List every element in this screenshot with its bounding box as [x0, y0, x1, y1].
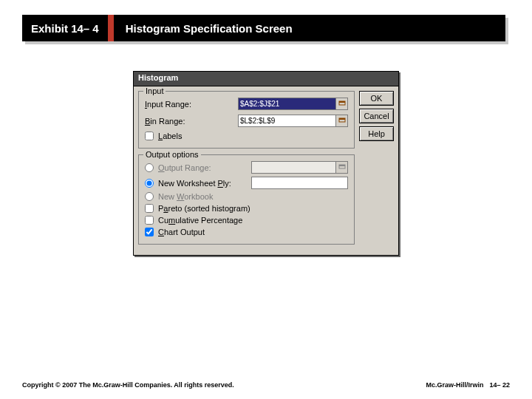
- cumulative-pct-checkbox[interactable]: [145, 216, 154, 225]
- bin-range-label: Bin Range:: [145, 117, 233, 126]
- svg-rect-3: [339, 118, 345, 120]
- footer-publisher: Mc.Graw-Hill/Irwin: [426, 381, 483, 389]
- output-range-radio[interactable]: [145, 163, 154, 172]
- output-options-group: Output options Output Range: New Workshe…: [138, 154, 355, 245]
- dialog-body: Input Input Range: Bin Range:: [134, 86, 398, 255]
- output-range-label: Output Range:: [158, 163, 247, 172]
- cumulative-pct-label: Cumulative Percentage: [158, 216, 348, 225]
- svg-rect-5: [339, 165, 345, 166]
- slide-title-bar: Exhibit 14– 4 Histogram Specification Sc…: [22, 15, 510, 43]
- labels-checkbox[interactable]: [145, 132, 154, 140]
- chart-output-checkbox[interactable]: [145, 228, 154, 236]
- new-worksheet-label: New Worksheet Ply:: [158, 179, 247, 188]
- collapse-icon[interactable]: [335, 161, 348, 174]
- exhibit-tag: Exhibit 14– 4: [22, 15, 114, 41]
- histogram-dialog: Histogram Input Input Range: Bin Range:: [133, 71, 399, 256]
- collapse-icon[interactable]: [335, 115, 348, 127]
- bin-range-field[interactable]: [238, 115, 336, 127]
- chart-output-label: Chart Output: [158, 228, 348, 236]
- input-group-title: Input: [143, 86, 166, 95]
- svg-rect-1: [339, 101, 345, 103]
- footer-copyright: Copyright © 2007 The Mc.Graw-Hill Compan…: [22, 381, 234, 389]
- title-main: Exhibit 14– 4 Histogram Specification Sc…: [22, 15, 505, 41]
- new-workbook-label: New Workbook: [158, 192, 247, 201]
- pareto-label: Pareto (sorted histogram): [158, 204, 348, 213]
- ok-button[interactable]: OK: [359, 91, 394, 106]
- output-range-field[interactable]: [251, 161, 336, 174]
- new-worksheet-radio[interactable]: [145, 179, 154, 188]
- cancel-button[interactable]: Cancel: [359, 109, 394, 123]
- input-range-label: Input Range:: [145, 100, 233, 109]
- new-worksheet-field[interactable]: [251, 177, 348, 189]
- input-range-field[interactable]: [238, 98, 336, 110]
- collapse-icon[interactable]: [335, 98, 348, 110]
- dialog-titlebar[interactable]: Histogram: [134, 72, 398, 86]
- output-group-title: Output options: [143, 150, 201, 159]
- labels-checkbox-label: Labels: [158, 132, 247, 140]
- input-group: Input Input Range: Bin Range:: [138, 91, 355, 149]
- footer-pagenum: 14– 22: [489, 381, 510, 389]
- dialog-left-pane: Input Input Range: Bin Range:: [138, 91, 355, 250]
- help-button[interactable]: Help: [359, 126, 394, 141]
- slide-title: Histogram Specification Screen: [114, 22, 293, 35]
- pareto-checkbox[interactable]: [145, 204, 154, 213]
- footer-right: Mc.Graw-Hill/Irwin 14– 22: [426, 381, 510, 389]
- new-workbook-radio[interactable]: [145, 192, 154, 201]
- dialog-button-column: OK Cancel Help: [359, 91, 394, 250]
